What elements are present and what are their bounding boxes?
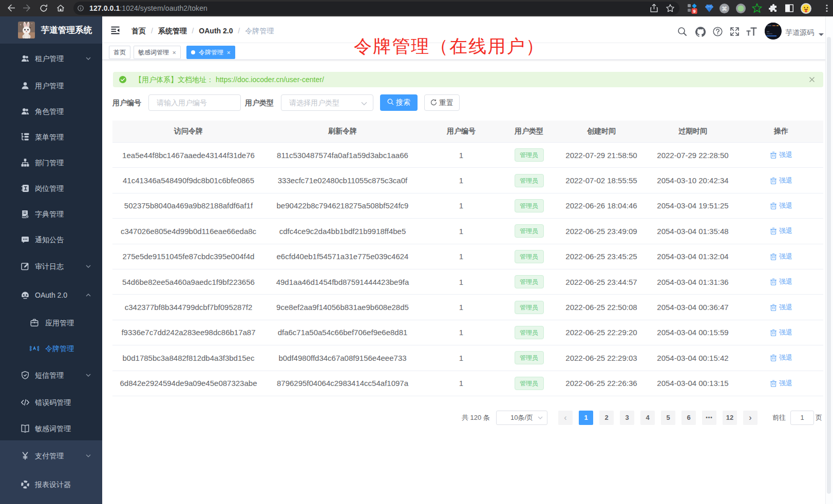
svg-text:9: 9 [693, 9, 695, 14]
svg-text:⌘: ⌘ [722, 6, 727, 12]
